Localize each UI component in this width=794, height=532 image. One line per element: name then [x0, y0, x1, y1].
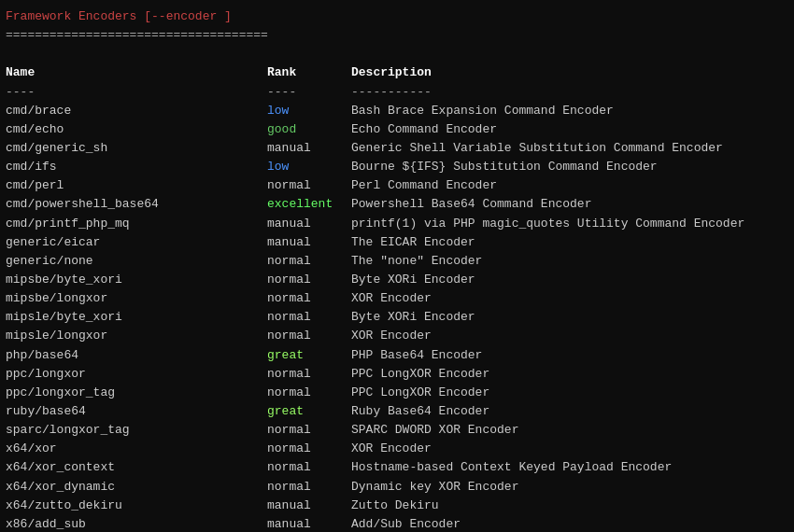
encoder-row: mipsle/byte_xorinormalByte XORi Encoder: [6, 310, 475, 324]
encoder-name: sparc/longxor_tag: [6, 421, 267, 440]
encoder-row: cmd/printf_php_mqmanualprintf(1) via PHP…: [6, 217, 744, 231]
encoder-desc: Ruby Base64 Encoder: [351, 404, 489, 418]
encoder-desc: The "none" Encoder: [351, 254, 482, 268]
encoder-rank: manual: [267, 139, 351, 158]
encoder-desc: Hostname-based Context Keyed Payload Enc…: [351, 460, 672, 474]
encoder-name: generic/none: [6, 252, 267, 271]
encoder-desc: XOR Encoder: [351, 291, 432, 305]
encoder-row: ruby/base64greatRuby Base64 Encoder: [6, 404, 489, 418]
encoder-row: x64/xor_contextnormalHostname-based Cont…: [6, 460, 672, 474]
encoder-name: cmd/perl: [6, 176, 267, 195]
encoder-desc: Add/Sub Encoder: [351, 517, 461, 531]
encoder-rank: great: [267, 346, 351, 365]
encoder-desc: PPC LongXOR Encoder: [351, 385, 489, 399]
encoder-name: mipsbe/longxor: [6, 289, 267, 308]
encoder-rank: normal: [267, 421, 351, 440]
encoder-desc: PPC LongXOR Encoder: [351, 367, 489, 381]
col-desc-header: Description: [351, 65, 432, 79]
encoder-name: cmd/brace: [6, 102, 267, 120]
encoder-row: cmd/perlnormalPerl Command Encoder: [6, 178, 497, 192]
encoder-desc: Powershell Base64 Command Encoder: [351, 197, 591, 211]
encoder-row: ppc/longxor_tagnormalPPC LongXOR Encoder: [6, 385, 489, 399]
encoder-row: x86/add_submanualAdd/Sub Encoder: [6, 517, 461, 531]
col-rank-header: Rank: [267, 63, 351, 82]
encoder-rank: good: [267, 120, 351, 139]
encoder-rank: great: [267, 402, 351, 421]
encoder-rank: normal: [267, 327, 351, 345]
encoder-desc: Dynamic key XOR Encoder: [351, 480, 518, 494]
terminal-content: Framework Encoders [--encoder ] ========…: [0, 7, 794, 532]
encoder-desc: Generic Shell Variable Substitution Comm…: [351, 141, 723, 155]
encoder-name: ppc/longxor_tag: [6, 384, 267, 402]
encoder-rank: normal: [267, 365, 351, 384]
encoder-row: generic/nonenormalThe "none" Encoder: [6, 254, 482, 268]
encoder-rank: manual: [267, 233, 351, 252]
encoder-row: cmd/powershell_base64excellentPowershell…: [6, 197, 591, 211]
encoder-row: mipsbe/longxornormalXOR Encoder: [6, 291, 432, 305]
col-headers: NameRankDescription: [6, 65, 432, 79]
encoder-row: mipsbe/byte_xorinormalByte XORi Encoder: [6, 273, 475, 287]
encoder-desc: PHP Base64 Encoder: [351, 348, 482, 362]
encoder-row: ppc/longxornormalPPC LongXOR Encoder: [6, 367, 489, 381]
encoder-rank: normal: [267, 308, 351, 327]
encoder-row: generic/eicarmanualThe EICAR Encoder: [6, 235, 475, 249]
encoder-name: mipsle/byte_xori: [6, 308, 267, 327]
encoder-name: x64/xor: [6, 440, 267, 458]
encoder-rank: normal: [267, 440, 351, 458]
header-line: Framework Encoders [--encoder ]: [6, 9, 232, 23]
encoder-desc: Perl Command Encoder: [351, 178, 497, 192]
encoder-row: cmd/ifslowBourne ${IFS} Substitution Com…: [6, 160, 658, 174]
encoder-desc: printf(1) via PHP magic_quotes Utility C…: [351, 217, 744, 231]
col-name-header: Name: [6, 63, 267, 82]
encoder-name: x86/add_sub: [6, 515, 267, 532]
encoder-desc: Echo Command Encoder: [351, 122, 497, 136]
encoder-rank: manual: [267, 515, 351, 532]
encoder-name: ruby/base64: [6, 402, 267, 421]
encoder-name: cmd/powershell_base64: [6, 195, 267, 214]
encoder-name: x64/xor_context: [6, 458, 267, 477]
encoder-desc: Byte XORi Encoder: [351, 310, 475, 324]
encoder-rank: low: [267, 102, 351, 120]
encoder-rank: normal: [267, 289, 351, 308]
encoder-name: php/base64: [6, 346, 267, 365]
encoder-rank: normal: [267, 458, 351, 477]
encoder-desc: SPARC DWORD XOR Encoder: [351, 423, 518, 437]
separator-line: ====================================: [6, 28, 268, 42]
col-sep-row: -------------------: [6, 85, 432, 99]
encoder-desc: Bourne ${IFS} Substitution Command Encod…: [351, 160, 658, 174]
encoder-rank: normal: [267, 271, 351, 289]
encoder-desc: XOR Encoder: [351, 329, 432, 343]
encoder-row: cmd/bracelowBash Brace Expansion Command…: [6, 104, 614, 118]
encoder-name: cmd/echo: [6, 120, 267, 139]
encoder-rank: manual: [267, 497, 351, 515]
encoder-rank: manual: [267, 215, 351, 233]
encoder-row: cmd/echogoodEcho Command Encoder: [6, 122, 497, 136]
encoder-name: cmd/ifs: [6, 158, 267, 176]
encoder-name: mipsle/longxor: [6, 327, 267, 345]
encoder-rank: normal: [267, 252, 351, 271]
encoder-desc: Byte XORi Encoder: [351, 273, 475, 287]
encoder-name: cmd/printf_php_mq: [6, 215, 267, 233]
encoder-rank: normal: [267, 384, 351, 402]
encoder-desc: Bash Brace Expansion Command Encoder: [351, 104, 614, 118]
terminal-window: Framework Encoders [--encoder ] ========…: [0, 0, 794, 532]
encoder-desc: XOR Encoder: [351, 441, 432, 455]
encoder-rank: low: [267, 158, 351, 176]
encoder-desc: The EICAR Encoder: [351, 235, 475, 249]
encoder-row: x64/xor_dynamicnormalDynamic key XOR Enc…: [6, 480, 518, 494]
encoder-rank: excellent: [267, 195, 351, 214]
encoder-row: sparc/longxor_tagnormalSPARC DWORD XOR E…: [6, 423, 518, 437]
encoder-rank: normal: [267, 176, 351, 195]
encoder-name: x64/zutto_dekiru: [6, 497, 267, 515]
encoder-row: php/base64greatPHP Base64 Encoder: [6, 348, 482, 362]
encoder-row: x64/zutto_dekirumanualZutto Dekiru: [6, 498, 439, 512]
encoder-name: mipsbe/byte_xori: [6, 271, 267, 289]
encoder-row: x64/xornormalXOR Encoder: [6, 441, 432, 455]
encoder-name: cmd/generic_sh: [6, 139, 267, 158]
encoder-name: x64/xor_dynamic: [6, 478, 267, 497]
encoder-row: cmd/generic_shmanualGeneric Shell Variab…: [6, 141, 723, 155]
encoder-name: generic/eicar: [6, 233, 267, 252]
encoder-desc: Zutto Dekiru: [351, 498, 439, 512]
encoder-name: ppc/longxor: [6, 365, 267, 384]
encoder-rank: normal: [267, 478, 351, 497]
